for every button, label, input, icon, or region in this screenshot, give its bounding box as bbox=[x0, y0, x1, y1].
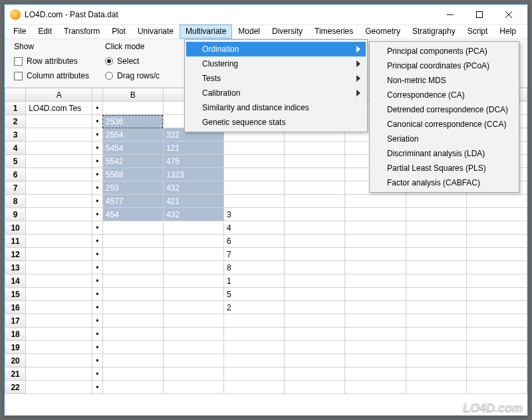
cell-c[interactable] bbox=[163, 314, 223, 328]
titlebar[interactable]: LO4D.com - Past Data.dat bbox=[5, 5, 527, 25]
row-header[interactable]: 19 bbox=[5, 341, 26, 354]
cell-empty[interactable] bbox=[345, 301, 406, 314]
cell-empty[interactable] bbox=[285, 248, 345, 261]
menu-item-canonical-correspondence-cca-[interactable]: Canonical correspondence (CCA) bbox=[371, 117, 517, 132]
cell-d[interactable]: 7 bbox=[224, 248, 285, 261]
cell-empty[interactable] bbox=[466, 368, 527, 381]
row-header[interactable]: 1 bbox=[5, 102, 26, 115]
column-header-blank[interactable] bbox=[5, 88, 26, 102]
cell-a[interactable] bbox=[26, 288, 92, 301]
cell-empty[interactable] bbox=[406, 235, 466, 248]
row-dot[interactable]: • bbox=[92, 102, 103, 115]
cell-empty[interactable] bbox=[466, 235, 527, 248]
menu-item-principal-coordinates-pcoa-[interactable]: Principal coordinates (PCoA) bbox=[371, 58, 517, 73]
menu-item-partial-least-squares-pls-[interactable]: Partial Least Squares (PLS) bbox=[371, 161, 517, 175]
cell-c[interactable]: 121 bbox=[163, 142, 223, 155]
cell-empty[interactable] bbox=[285, 155, 345, 168]
table-row[interactable]: 8•4577421 bbox=[5, 195, 527, 208]
cell-empty[interactable] bbox=[406, 314, 466, 328]
menu-timeseries[interactable]: Timeseries bbox=[309, 25, 359, 39]
cell-b[interactable]: 5454 bbox=[102, 142, 163, 155]
cell-empty[interactable] bbox=[345, 261, 406, 274]
row-dot[interactable]: • bbox=[92, 128, 103, 142]
cell-b[interactable] bbox=[102, 314, 163, 328]
cell-empty[interactable] bbox=[285, 274, 345, 288]
menu-univariate[interactable]: Univariate bbox=[132, 25, 180, 39]
cell-b[interactable] bbox=[102, 102, 163, 115]
row-dot[interactable]: • bbox=[92, 195, 103, 208]
table-row[interactable]: 18• bbox=[5, 328, 527, 341]
cell-a[interactable] bbox=[26, 354, 92, 368]
cell-b[interactable] bbox=[102, 274, 163, 288]
cell-b[interactable] bbox=[102, 381, 163, 394]
cell-d[interactable] bbox=[224, 195, 285, 208]
cell-empty[interactable] bbox=[466, 354, 527, 368]
cell-d[interactable] bbox=[224, 328, 285, 341]
cell-empty[interactable] bbox=[345, 221, 406, 235]
cell-empty[interactable] bbox=[345, 328, 406, 341]
cell-empty[interactable] bbox=[406, 208, 466, 221]
cell-empty[interactable] bbox=[466, 221, 527, 235]
cell-empty[interactable] bbox=[466, 328, 527, 341]
cell-a[interactable] bbox=[26, 235, 92, 248]
cell-c[interactable] bbox=[163, 381, 223, 394]
cell-d[interactable] bbox=[224, 155, 285, 168]
cell-d[interactable] bbox=[224, 341, 285, 354]
row-dot[interactable]: • bbox=[92, 314, 103, 328]
cell-c[interactable] bbox=[163, 328, 223, 341]
cell-a[interactable] bbox=[26, 368, 92, 381]
cell-empty[interactable] bbox=[345, 341, 406, 354]
cell-b[interactable]: 454 bbox=[102, 208, 163, 221]
column-attributes-checkbox[interactable]: Column attributes bbox=[14, 70, 89, 82]
cell-empty[interactable] bbox=[466, 274, 527, 288]
cell-empty[interactable] bbox=[345, 381, 406, 394]
menu-geometry[interactable]: Geometry bbox=[359, 25, 406, 39]
table-row[interactable]: 13•8 bbox=[5, 261, 527, 274]
cell-c[interactable]: 432 bbox=[163, 181, 223, 195]
row-dot[interactable]: • bbox=[92, 288, 103, 301]
cell-d[interactable]: 6 bbox=[224, 235, 285, 248]
menu-item-correspondence-ca-[interactable]: Correspondence (CA) bbox=[371, 88, 517, 102]
cell-empty[interactable] bbox=[345, 248, 406, 261]
row-dot[interactable]: • bbox=[92, 381, 103, 394]
menu-item-calibration[interactable]: Calibration bbox=[186, 86, 366, 100]
row-header[interactable]: 9 bbox=[5, 208, 26, 221]
column-header-blank[interactable] bbox=[92, 88, 103, 102]
cell-a[interactable] bbox=[26, 168, 92, 181]
row-dot[interactable]: • bbox=[92, 181, 103, 195]
multivariate-menu[interactable]: OrdinationClusteringTestsCalibrationSimi… bbox=[184, 39, 368, 132]
table-row[interactable]: 21• bbox=[5, 368, 527, 381]
row-dot[interactable]: • bbox=[92, 168, 103, 181]
row-header[interactable]: 15 bbox=[5, 288, 26, 301]
cell-a[interactable] bbox=[26, 274, 92, 288]
ordination-submenu[interactable]: Principal components (PCA)Principal coor… bbox=[369, 41, 519, 193]
row-header[interactable]: 3 bbox=[5, 128, 26, 142]
cell-empty[interactable] bbox=[285, 301, 345, 314]
table-row[interactable]: 10•4 bbox=[5, 221, 527, 235]
cell-empty[interactable] bbox=[285, 235, 345, 248]
row-header[interactable]: 20 bbox=[5, 354, 26, 368]
cell-empty[interactable] bbox=[345, 288, 406, 301]
row-header[interactable]: 14 bbox=[5, 274, 26, 288]
menu-file[interactable]: File bbox=[7, 25, 32, 39]
cell-b[interactable] bbox=[102, 368, 163, 381]
cell-empty[interactable] bbox=[285, 354, 345, 368]
clickmode-select-radio[interactable]: Select bbox=[105, 55, 160, 67]
cell-d[interactable] bbox=[224, 181, 285, 195]
cell-c[interactable]: 1323 bbox=[163, 168, 223, 181]
cell-empty[interactable] bbox=[345, 195, 406, 208]
cell-empty[interactable] bbox=[406, 248, 466, 261]
cell-empty[interactable] bbox=[406, 368, 466, 381]
row-dot[interactable]: • bbox=[92, 274, 103, 288]
cell-empty[interactable] bbox=[406, 301, 466, 314]
cell-c[interactable] bbox=[163, 288, 223, 301]
menu-item-detrended-correspondence-dca-[interactable]: Detrended correspondence (DCA) bbox=[371, 102, 517, 117]
cell-a[interactable] bbox=[26, 301, 92, 314]
cell-d[interactable] bbox=[224, 381, 285, 394]
cell-empty[interactable] bbox=[406, 328, 466, 341]
row-header[interactable]: 6 bbox=[5, 168, 26, 181]
row-attributes-checkbox[interactable]: Row attributes bbox=[14, 55, 89, 67]
cell-a[interactable] bbox=[26, 328, 92, 341]
row-header[interactable]: 8 bbox=[5, 195, 26, 208]
cell-a[interactable] bbox=[26, 128, 92, 142]
